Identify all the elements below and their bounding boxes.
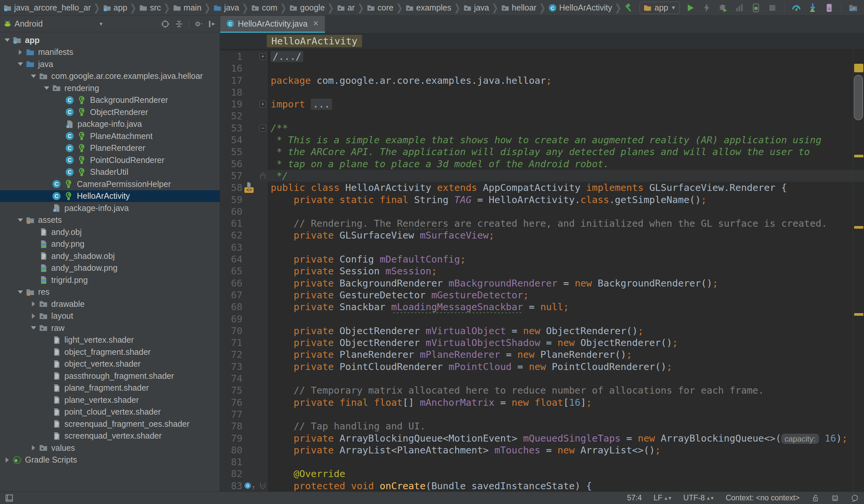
- expanded-arrow-icon[interactable]: [29, 75, 38, 78]
- expanded-arrow-icon[interactable]: [3, 38, 12, 42]
- tree-item-object_fragment.shader[interactable]: object_fragment.shader: [0, 346, 220, 358]
- line-number[interactable]: 80: [220, 444, 244, 456]
- fold-column[interactable]: [259, 170, 267, 182]
- tree-item-rendering[interactable]: rendering: [0, 82, 220, 94]
- expanded-arrow-icon[interactable]: [16, 62, 25, 66]
- assistant-icon[interactable]: [831, 494, 839, 502]
- sdk-manager-icon[interactable]: [807, 2, 819, 14]
- tree-item-andy_shadow.png[interactable]: andy_shadow.png: [0, 262, 220, 274]
- fold-column[interactable]: +: [259, 51, 267, 62]
- collapsed-arrow-icon[interactable]: [16, 50, 25, 55]
- device-monitor-icon[interactable]: [823, 2, 835, 14]
- fold-column[interactable]: [259, 361, 267, 373]
- line-number[interactable]: 16: [220, 62, 244, 74]
- tree-item-HelloArActivity[interactable]: CHelloArActivity: [0, 190, 220, 202]
- editor-scrollbar-thumb[interactable]: [854, 75, 863, 120]
- error-stripe[interactable]: [853, 49, 864, 504]
- line-number[interactable]: 17: [220, 75, 244, 86]
- warning-stripe-mark[interactable]: [854, 155, 863, 157]
- fold-column[interactable]: [259, 206, 267, 217]
- tree-item-app[interactable]: app: [0, 34, 220, 46]
- tree-item-package-info.java[interactable]: Jpackage-info.java: [0, 118, 220, 130]
- fold-column[interactable]: [259, 373, 267, 384]
- fold-column[interactable]: [259, 146, 267, 158]
- line-number[interactable]: 69: [220, 313, 244, 325]
- tree-item-drawable[interactable]: drawable: [0, 298, 220, 310]
- tree-item-light_vertex.shader[interactable]: light_vertex.shader: [0, 334, 220, 346]
- line-number[interactable]: 56: [220, 158, 244, 170]
- tree-item-values[interactable]: values: [0, 442, 220, 454]
- line-ending-selector[interactable]: LF▲▼: [654, 493, 672, 502]
- fold-column[interactable]: [259, 313, 267, 325]
- encoding-selector[interactable]: UTF-8▲▼: [683, 493, 714, 502]
- fold-column[interactable]: [259, 480, 267, 492]
- line-number[interactable]: 59: [220, 194, 244, 206]
- line-number[interactable]: 71: [220, 337, 244, 349]
- caret-position[interactable]: 57:4: [627, 493, 642, 502]
- line-number[interactable]: 83: [220, 480, 244, 492]
- collapsed-arrow-icon[interactable]: [3, 457, 12, 463]
- line-number[interactable]: 18: [220, 86, 244, 98]
- line-number[interactable]: 70: [220, 325, 244, 337]
- line-number[interactable]: 73: [220, 361, 244, 373]
- fold-column[interactable]: [259, 325, 267, 337]
- fold-column[interactable]: −: [259, 122, 267, 134]
- expanded-arrow-icon[interactable]: [16, 218, 25, 222]
- tree-item-package-info.java[interactable]: Jpackage-info.java: [0, 202, 220, 214]
- attach-debugger-icon[interactable]: [750, 2, 762, 14]
- tree-item-layout[interactable]: layout: [0, 310, 220, 322]
- tree-item-ShaderUtil[interactable]: CShaderUtil: [0, 166, 220, 178]
- fold-column[interactable]: [259, 397, 267, 408]
- profile-icon[interactable]: [734, 2, 745, 14]
- tree-item-point_cloud_vertex.shader[interactable]: point_cloud_vertex.shader: [0, 406, 220, 418]
- inspections-indicator[interactable]: [854, 64, 863, 72]
- debug-icon[interactable]: [717, 2, 729, 14]
- warning-stripe-mark[interactable]: [854, 226, 863, 229]
- settings-gear-icon[interactable]: [194, 20, 203, 28]
- fold-column[interactable]: [259, 182, 267, 193]
- tree-item-res[interactable]: res: [0, 286, 220, 298]
- line-number[interactable]: 58: [220, 182, 244, 193]
- tree-item-assets[interactable]: assets: [0, 214, 220, 226]
- tree-item-ObjectRenderer[interactable]: CObjectRenderer: [0, 106, 220, 118]
- hide-panel-icon[interactable]: [208, 20, 216, 28]
- fold-column[interactable]: [259, 241, 267, 253]
- chevron-down-icon[interactable]: ▼: [98, 21, 104, 27]
- tree-item-trigrid.png[interactable]: trigrid.png: [0, 274, 220, 286]
- fold-column[interactable]: [259, 253, 267, 265]
- breadcrumb-item-app[interactable]: app: [102, 3, 128, 12]
- code-editor[interactable]: 1+/.../1617package com.google.ar.core.ex…: [220, 49, 864, 492]
- fold-collapse-icon[interactable]: −: [260, 125, 266, 131]
- line-number[interactable]: 55: [220, 146, 244, 158]
- project-structure-icon[interactable]: [847, 2, 859, 14]
- line-number[interactable]: 61: [220, 217, 244, 229]
- fold-column[interactable]: [259, 217, 267, 229]
- line-number[interactable]: 78: [220, 420, 244, 432]
- fold-expand-icon[interactable]: +: [260, 101, 266, 107]
- locate-icon[interactable]: [161, 20, 169, 28]
- expanded-arrow-icon[interactable]: [16, 290, 25, 294]
- line-number[interactable]: 65: [220, 265, 244, 277]
- project-view-mode[interactable]: Android: [14, 19, 43, 28]
- fold-column[interactable]: [259, 75, 267, 86]
- context-indicator[interactable]: Context: <no context>: [726, 493, 800, 502]
- line-number[interactable]: 64: [220, 253, 244, 265]
- tree-item-andy_shadow.obj[interactable]: andy_shadow.obj: [0, 250, 220, 262]
- fold-column[interactable]: [259, 432, 267, 444]
- line-number[interactable]: 77: [220, 408, 244, 420]
- line-number[interactable]: 60: [220, 206, 244, 217]
- fold-column[interactable]: [259, 456, 267, 468]
- line-number[interactable]: 62: [220, 229, 244, 241]
- tree-item-BackgroundRenderer[interactable]: CBackgroundRenderer: [0, 94, 220, 106]
- breadcrumb-item-com[interactable]: com: [250, 3, 278, 12]
- fold-column[interactable]: [259, 337, 267, 349]
- line-number[interactable]: 68: [220, 301, 244, 313]
- fold-end-icon[interactable]: [260, 172, 266, 179]
- tree-item-PointCloudRenderer[interactable]: CPointCloudRenderer: [0, 154, 220, 166]
- line-number[interactable]: 72: [220, 349, 244, 360]
- tree-item-java[interactable]: java: [0, 58, 220, 70]
- toggle-tool-windows-icon[interactable]: [5, 494, 13, 502]
- line-number[interactable]: 57: [220, 170, 244, 182]
- fold-column[interactable]: [259, 384, 267, 396]
- tree-item-passthrough_fragment.shader[interactable]: passthrough_fragment.shader: [0, 370, 220, 382]
